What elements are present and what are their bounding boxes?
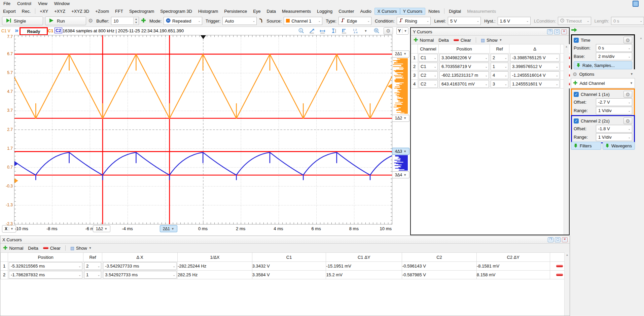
single-button[interactable]: Single: [2, 16, 43, 25]
x-cursor-marker-2Δ1[interactable]: 2Δ1▼: [160, 225, 177, 232]
select-5-v[interactable]: 5 V⌄: [448, 17, 481, 25]
tab-digital[interactable]: Digital: [446, 8, 464, 15]
channel2-checkbox[interactable]: ✓: [574, 118, 579, 124]
tab-measurements[interactable]: Measurements: [464, 8, 499, 15]
plot-settings-gear-button[interactable]: ⚙: [384, 27, 393, 35]
channel1-checkbox[interactable]: ✓: [574, 92, 579, 97]
position-select[interactable]: 643.4163701 mV⌄: [439, 80, 489, 88]
position-select[interactable]: -602.135231317 m⌄: [439, 71, 489, 79]
ref-select[interactable]: 4⌄: [491, 71, 508, 79]
show-menu-button[interactable]: ▤Show▼: [481, 38, 502, 43]
delta-select[interactable]: -3.3985765125 V⌄: [510, 54, 560, 62]
zoom-fit-icon[interactable]: [373, 28, 380, 34]
maximize-icon[interactable]: ▢: [554, 29, 560, 34]
filters-button[interactable]: Filters: [571, 142, 601, 150]
tab--xyz[interactable]: +XYZ: [51, 8, 68, 15]
digits-icon[interactable]: 1234: [351, 28, 359, 34]
add-channel-button[interactable]: ✚ Add Channel ▼: [571, 78, 635, 88]
select-channel-1[interactable]: Channel 1⌄: [284, 17, 322, 25]
window-icon[interactable]: [633, 1, 643, 6]
y-cursors-scrollbar[interactable]: ▲: [564, 44, 569, 235]
ref-select[interactable]: 1⌄: [491, 63, 508, 70]
channel1-range-select[interactable]: 1 V/div⌄: [596, 107, 632, 114]
add-normal-cursor-button[interactable]: ✚Normal: [3, 246, 23, 251]
y-cursor-marker-1Δ2[interactable]: 1Δ2▼: [392, 115, 409, 122]
channel-select[interactable]: C1⌄: [419, 63, 438, 70]
time-gear-button[interactable]: ⚙: [623, 37, 632, 43]
buffer-spinbox[interactable]: 10▲▼: [111, 17, 139, 25]
measure-edge-icon[interactable]: [341, 28, 348, 34]
wavegens-button[interactable]: Wavegens: [603, 142, 635, 150]
add-delta-cursor-button[interactable]: Delta: [28, 246, 38, 251]
ref-select[interactable]: 2⌄: [84, 262, 101, 270]
menu-window[interactable]: Window: [51, 0, 73, 7]
y-axis-menu-button[interactable]: Y▼: [396, 27, 408, 35]
x-axis-menu-button[interactable]: X▼: [2, 225, 16, 233]
close-icon[interactable]: ✕: [561, 29, 567, 34]
channel1-gear-button[interactable]: ⚙: [623, 91, 632, 98]
tab-rec-[interactable]: Rec.: [19, 8, 34, 15]
tab-histogram[interactable]: Histogram: [195, 8, 221, 15]
tab-counter[interactable]: Counter: [335, 8, 357, 15]
add-normal-cursor-button[interactable]: ✚Normal: [414, 38, 434, 43]
tab-spectrogram[interactable]: Spectrogram: [126, 8, 157, 15]
channel1-offset-select[interactable]: -2.7 V⌄: [596, 98, 632, 106]
add-delta-cursor-button[interactable]: Delta: [438, 38, 449, 43]
tab-export[interactable]: Export: [0, 8, 19, 15]
select-timeout[interactable]: Timeout⌄: [558, 17, 591, 25]
tab--xyz-3d[interactable]: +XYZ 3D: [68, 8, 92, 15]
measure-horizontal-icon[interactable]: [319, 28, 326, 34]
channel-select[interactable]: C2⌄: [419, 80, 438, 88]
ref-select[interactable]: 2⌄: [491, 54, 508, 62]
channel2-gear-button[interactable]: ⚙: [623, 117, 632, 124]
select-auto[interactable]: Auto⌄: [222, 17, 257, 25]
show-menu-button[interactable]: ▤Show▼: [70, 246, 92, 251]
delta-select[interactable]: 3.398576512 V⌄: [510, 63, 560, 70]
time-base-select[interactable]: 2 ms/div⌄: [596, 52, 632, 60]
delta-select[interactable]: -1.2455516014 V⌄: [510, 71, 560, 79]
plus-icon[interactable]: [141, 18, 146, 24]
spin-arrows[interactable]: ▲▼: [133, 17, 139, 24]
x-cursor-marker-1Δ2[interactable]: 1Δ2▼: [93, 225, 110, 232]
position-select[interactable]: 3.304982206 V⌄: [439, 54, 489, 62]
waveform-canvas[interactable]: [14, 35, 392, 224]
measure-vertical-icon[interactable]: [330, 28, 337, 34]
channel2-range-select[interactable]: 1 V/div⌄: [596, 133, 632, 141]
delta-select[interactable]: 1.245551601 V⌄: [510, 80, 560, 88]
tab-logging[interactable]: Logging: [314, 8, 335, 15]
y-cursor-marker-3Δ4[interactable]: 3Δ4▼: [392, 171, 409, 178]
tab-notes[interactable]: Notes: [425, 8, 443, 15]
c2-zero-marker[interactable]: [14, 161, 18, 166]
tab-spectrogram-3d[interactable]: Spectrogram 3D: [157, 8, 195, 15]
select-repeated[interactable]: HRepeated⌄: [164, 17, 202, 25]
tab-x-cursors[interactable]: X Cursors: [374, 8, 400, 15]
options-row[interactable]: ⚙ Options ▼: [571, 69, 635, 79]
position-select[interactable]: -5.329215565 ms⌄: [9, 262, 82, 270]
restore-icon[interactable]: ❐: [548, 237, 553, 242]
gear-icon[interactable]: ⚙: [88, 18, 93, 24]
tab-fft[interactable]: FFT: [112, 8, 126, 15]
measure-menu-caret[interactable]: ▼: [362, 28, 369, 34]
c1-zero-marker[interactable]: [14, 178, 18, 183]
expand-arrow-icon[interactable]: [571, 28, 577, 33]
channel-select[interactable]: C2⌄: [419, 71, 438, 79]
tab-persistence[interactable]: Persistence: [221, 8, 250, 15]
x-cursors-scrollbar[interactable]: ▲: [564, 252, 570, 316]
dx-select[interactable]: 3.542927733 ms⌄: [103, 271, 177, 279]
position-select[interactable]: 6.703558719 V⌄: [439, 63, 489, 70]
menu-control[interactable]: Control: [14, 0, 35, 7]
tab--zoom[interactable]: +Zoom: [92, 8, 112, 15]
measure-free-icon[interactable]: [308, 28, 316, 34]
tab--xy[interactable]: +XY: [37, 8, 51, 15]
time-position-select[interactable]: 0 s⌄: [596, 44, 632, 52]
select-rising[interactable]: Rising⌄: [397, 17, 431, 25]
trigger-position-marker[interactable]: [201, 35, 206, 39]
position-select[interactable]: -1.786287832 ms⌄: [9, 271, 82, 279]
channel-select[interactable]: C1⌄: [419, 54, 438, 62]
ref-select[interactable]: 3⌄: [491, 80, 508, 88]
sidebar-scroll-up[interactable]: ▲: [639, 36, 643, 40]
rate-samples-button[interactable]: Rate, Samples...: [574, 61, 632, 69]
time-checkbox[interactable]: ✓: [574, 38, 579, 43]
dx-select[interactable]: -3.542927733 ms⌄: [103, 262, 177, 270]
menu-file[interactable]: File: [0, 0, 14, 7]
